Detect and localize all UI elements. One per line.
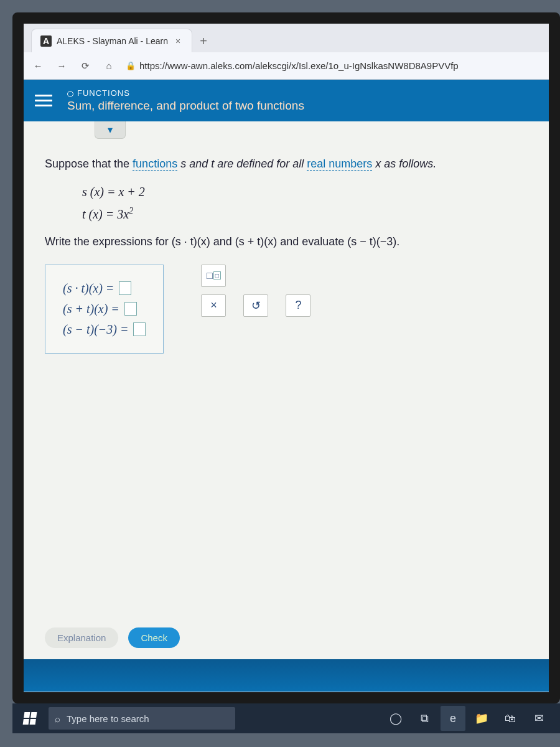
function-definitions: s (x) = x + 2 t (x) = 3x2	[82, 182, 528, 224]
taskbar-search[interactable]: ⌕ Type here to search	[49, 707, 235, 730]
answer-label: (s · t)(x) =	[63, 281, 114, 296]
search-placeholder: Type here to search	[67, 713, 149, 724]
cortana-icon[interactable]: ◯	[383, 706, 408, 731]
link-real-numbers[interactable]: real numbers	[307, 157, 372, 171]
def-t: t (x) = 3x2	[82, 204, 528, 224]
aleks-header: FUNCTIONS Sum, difference, and product o…	[24, 80, 549, 121]
windows-logo-icon	[23, 712, 37, 725]
new-tab-button[interactable]: +	[192, 31, 215, 52]
browser-tab-active[interactable]: A ALEKS - Slayman Ali - Learn ×	[31, 29, 192, 52]
answer-row: (s · t)(x) = (s + t)(x) = (s − t)(−3) = …	[45, 265, 528, 354]
answer-label: (s − t)(−3) =	[63, 322, 128, 337]
answer-input-3[interactable]	[133, 322, 146, 336]
answer-input-2[interactable]	[124, 302, 137, 316]
store-icon[interactable]: 🛍	[498, 706, 523, 731]
help-tool[interactable]: ?	[286, 294, 310, 317]
url-text: https://www-awn.aleks.com/alekscgi/x/Isl…	[139, 60, 459, 71]
text: x as follows.	[372, 157, 436, 170]
mail-icon[interactable]: ✉	[526, 706, 551, 731]
clear-tool[interactable]: ×	[201, 294, 226, 317]
windows-taskbar: ⌕ Type here to search ◯ ⧉ e 📁 🛍 ✉	[12, 703, 560, 733]
answer-line-2: (s + t)(x) =	[63, 302, 146, 316]
header-text: FUNCTIONS Sum, difference, and product o…	[67, 88, 304, 113]
answer-input-1[interactable]	[119, 281, 131, 295]
exponent-tool[interactable]: □□	[201, 265, 226, 287]
text: s and t are defined for all	[177, 157, 307, 170]
answer-line-1: (s · t)(x) =	[63, 281, 146, 296]
reset-tool[interactable]: ↺	[243, 294, 268, 317]
address-bar: ← → ⟳ ⌂ 🔒 https://www-awn.aleks.com/alek…	[24, 52, 549, 80]
refresh-icon[interactable]: ⟳	[78, 60, 92, 72]
check-button[interactable]: Check	[128, 627, 180, 648]
taskbar-icons: ◯ ⧉ e 📁 🛍 ✉	[383, 706, 556, 731]
tab-title: ALEKS - Slayman Ali - Learn	[57, 36, 168, 46]
expand-toggle[interactable]: ▾	[95, 121, 126, 139]
url-field[interactable]: 🔒 https://www-awn.aleks.com/alekscgi/x/I…	[126, 60, 541, 71]
search-icon: ⌕	[55, 713, 60, 724]
browser-window: A ALEKS - Slayman Ali - Learn × + ← → ⟳ …	[12, 12, 560, 703]
answer-line-3: (s − t)(−3) =	[63, 322, 146, 337]
explorer-icon[interactable]: 📁	[469, 706, 494, 731]
back-icon[interactable]: ←	[31, 60, 45, 71]
close-tab-icon[interactable]: ×	[173, 36, 183, 46]
link-functions[interactable]: functions	[133, 157, 177, 171]
prompt-text: Write the expressions for (s · t)(x) and…	[45, 233, 528, 251]
answer-label: (s + t)(x) =	[63, 302, 119, 316]
tab-favicon: A	[40, 35, 52, 47]
explanation-button[interactable]: Explanation	[45, 627, 118, 648]
menu-icon[interactable]	[35, 92, 52, 110]
tab-bar: A ALEKS - Slayman Ali - Learn × +	[24, 24, 549, 52]
topic-title: Sum, difference, and product of two func…	[67, 99, 304, 113]
text: Suppose that the	[45, 157, 133, 170]
forward-icon[interactable]: →	[55, 60, 68, 71]
home-icon[interactable]: ⌂	[102, 60, 116, 71]
answer-box: (s · t)(x) = (s + t)(x) = (s − t)(−3) =	[45, 265, 164, 354]
task-view-icon[interactable]: ⧉	[412, 706, 437, 731]
edge-icon[interactable]: e	[441, 706, 465, 731]
problem-statement: Suppose that the functions s and t are d…	[45, 155, 528, 251]
def-s: s (x) = x + 2	[82, 182, 528, 202]
math-toolbox: □□ × ↺ ?	[201, 265, 310, 317]
aleks-progress-strip	[24, 659, 549, 692]
problem-area: ▾ Suppose that the functions s and t are…	[24, 121, 549, 659]
lock-icon: 🔒	[126, 61, 136, 70]
action-buttons: Explanation Check	[45, 627, 180, 648]
start-button[interactable]	[16, 706, 44, 731]
breadcrumb: FUNCTIONS	[67, 88, 304, 98]
